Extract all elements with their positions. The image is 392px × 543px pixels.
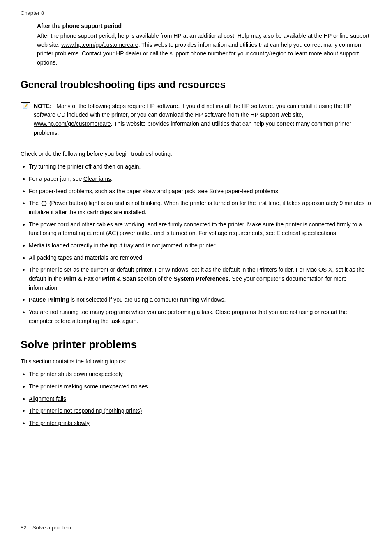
note-text: NOTE: Many of the following steps requir… (34, 102, 371, 138)
note-customercare-link[interactable]: www.hp.com/go/customercare (34, 120, 111, 127)
list-item: All packing tapes and materials are remo… (21, 254, 371, 263)
list-item-content: Pause Printing is not selected if you ar… (29, 296, 371, 305)
electrical-specs-link[interactable]: Electrical specifications (277, 230, 336, 236)
note-icon: 📝 (21, 102, 30, 109)
list-item-content: For paper-feed problems, such as the pap… (29, 187, 371, 196)
prints-slowly-link[interactable]: The printer prints slowly (29, 420, 90, 426)
list-item-content: All packing tapes and materials are remo… (29, 254, 371, 263)
list-item-content: The printer prints slowly (29, 419, 371, 428)
general-section: General troubleshooting tips and resourc… (21, 79, 371, 326)
list-item-content: The printer is making some unexpected no… (29, 382, 371, 391)
solve-bullet-list: The printer shuts down unexpectedly The … (21, 370, 371, 427)
list-item-content: Media is loaded correctly in the input t… (29, 241, 371, 250)
list-item-content: The (Power button) light is on and is no… (29, 199, 371, 217)
page-footer: 82 Solve a problem (21, 525, 71, 531)
note-label: NOTE: (34, 103, 52, 109)
list-item-content: The printer shuts down unexpectedly (29, 370, 371, 379)
unexpected-noises-link[interactable]: The printer is making some unexpected no… (29, 383, 148, 390)
general-bullet-list: Try turning the printer off and then on … (21, 162, 371, 326)
list-item: The (Power button) light is on and is no… (21, 199, 371, 217)
footer-text: Solve a problem (32, 525, 71, 531)
list-item: For paper-feed problems, such as the pap… (21, 187, 371, 196)
list-item-content: For a paper jam, see Clear jams. (29, 175, 371, 184)
solve-section: Solve printer problems This section cont… (21, 338, 371, 428)
power-button-icon (41, 201, 47, 206)
list-item: The power cord and other cables are work… (21, 220, 371, 238)
chapter-label: Chapter 8 (21, 10, 371, 16)
page-number: 82 (21, 525, 26, 531)
list-item: Alignment fails (21, 395, 371, 404)
list-item: The printer prints slowly (21, 419, 371, 428)
general-intro-text: Check or do the following before you beg… (21, 150, 371, 159)
list-item: The printer is set as the current or def… (21, 266, 371, 292)
clear-jams-link[interactable]: Clear jams (83, 176, 111, 182)
list-item: Media is loaded correctly in the input t… (21, 241, 371, 250)
solve-paper-feed-link[interactable]: Solve paper-feed problems (209, 188, 278, 194)
list-item-content: The printer is not responding (nothing p… (29, 407, 371, 416)
list-item: Try turning the printer off and then on … (21, 162, 371, 171)
solve-section-heading: Solve printer problems (21, 338, 371, 354)
list-item: You are not running too many programs wh… (21, 308, 371, 326)
phone-support-section: After the phone support period After the… (21, 23, 371, 67)
list-item-content: The printer is set as the current or def… (29, 266, 371, 292)
not-responding-link[interactable]: The printer is not responding (nothing p… (29, 407, 142, 414)
alignment-fails-link[interactable]: Alignment fails (29, 395, 66, 402)
phone-support-heading: After the phone support period (21, 23, 371, 29)
list-item: The printer is not responding (nothing p… (21, 407, 371, 416)
list-item: Pause Printing is not selected if you ar… (21, 296, 371, 305)
printer-shuts-down-link[interactable]: The printer shuts down unexpectedly (29, 371, 123, 377)
list-item: For a paper jam, see Clear jams. (21, 175, 371, 184)
list-item-content: The power cord and other cables are work… (29, 220, 371, 238)
list-item: The printer is making some unexpected no… (21, 382, 371, 391)
note-box: 📝 NOTE: Many of the following steps requ… (21, 97, 371, 143)
general-section-heading: General troubleshooting tips and resourc… (21, 79, 371, 93)
customercare-link-1[interactable]: www.hp.com/go/customercare (61, 42, 138, 48)
list-item-content: You are not running too many programs wh… (29, 308, 371, 326)
list-item-content: Alignment fails (29, 395, 371, 404)
solve-intro-text: This section contains the following topi… (21, 357, 371, 366)
phone-support-text: After the phone support period, help is … (21, 32, 371, 67)
list-item-content: Try turning the printer off and then on … (29, 162, 371, 171)
list-item: The printer shuts down unexpectedly (21, 370, 371, 379)
